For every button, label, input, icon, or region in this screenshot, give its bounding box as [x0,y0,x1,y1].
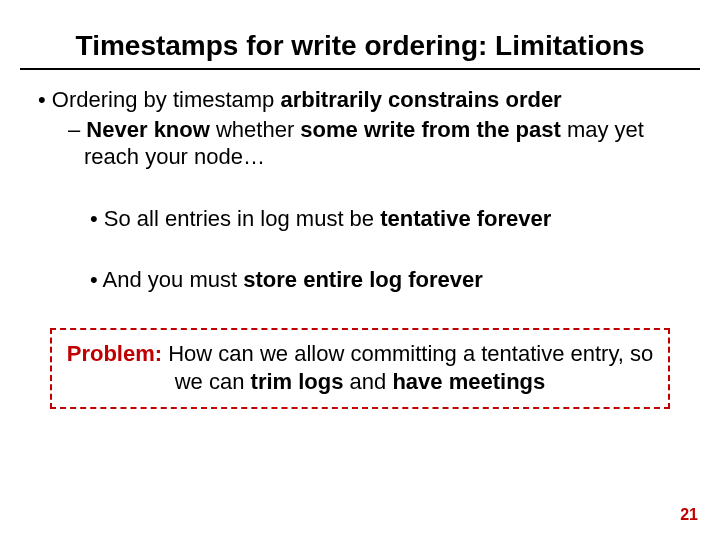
text-bold: have meetings [392,369,545,394]
problem-label: Problem: [67,341,168,366]
bullet-level3: And you must store entire log forever [90,266,700,294]
text-bold: tentative forever [380,206,551,231]
slide-title: Timestamps for write ordering: Limitatio… [20,30,700,70]
bullet-level3: So all entries in log must be tentative … [90,205,700,233]
text: whether [216,117,300,142]
text-bold: Never know [86,117,216,142]
text-bold: arbitrarily constrains order [280,87,561,112]
slide: Timestamps for write ordering: Limitatio… [0,0,720,429]
text-bold: store entire log forever [243,267,483,292]
bullet-level2: Never know whether some write from the p… [68,116,700,171]
page-number: 21 [680,506,698,524]
text: So all entries in log must be [104,206,380,231]
text: Ordering by timestamp [52,87,281,112]
text: And you must [103,267,244,292]
text-bold: trim logs [251,369,344,394]
problem-box: Problem: How can we allow committing a t… [50,328,670,409]
bullet-level1: Ordering by timestamp arbitrarily constr… [38,86,700,114]
text-bold: some write from the past [300,117,567,142]
text: and [343,369,392,394]
